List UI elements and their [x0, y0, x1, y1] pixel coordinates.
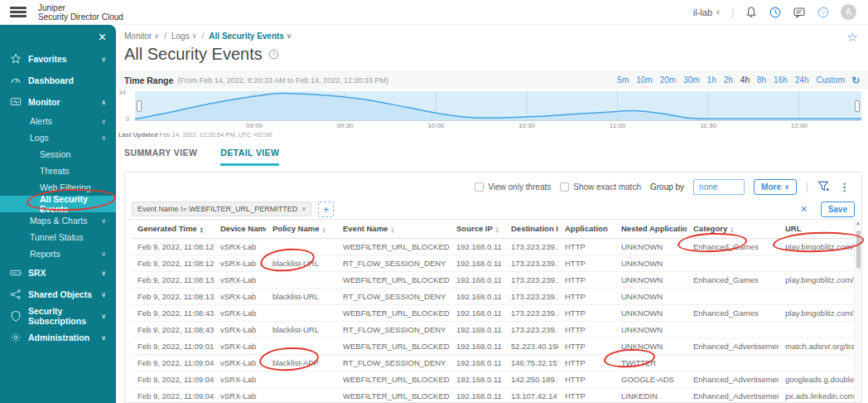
column-header-event-name[interactable]: Event Name▲▼	[336, 220, 450, 238]
history-clock-icon[interactable]	[769, 6, 782, 19]
help-icon[interactable]: ?	[817, 6, 830, 19]
checkbox-view-only-threats[interactable]: View only threats	[475, 182, 551, 192]
table-row[interactable]: Feb 9, 2022, 11:08:13 PMvSRX-Labblacklis…	[131, 288, 862, 304]
table-row[interactable]: Feb 9, 2022, 11:09:01 PMvSRX-LabWEBFILTE…	[131, 337, 862, 354]
menu-icon[interactable]	[10, 7, 27, 17]
quick-range-16h[interactable]: 16h	[774, 75, 788, 85]
kebab-menu-icon[interactable]: ⋮	[839, 182, 850, 192]
quick-range-custom[interactable]: Custom	[816, 75, 844, 85]
quick-range-2h[interactable]: 2h	[724, 75, 733, 85]
more-button[interactable]: More ∨	[754, 179, 797, 195]
filter-chip[interactable]: Event Name != WEBFILTER_URL_PERMITTED×	[132, 202, 311, 216]
sidebar-item-alerts[interactable]: Alerts∨	[0, 113, 116, 129]
chip-remove-icon[interactable]: ×	[301, 205, 306, 213]
cell-application: HTTP	[558, 371, 615, 387]
sidebar-close-icon[interactable]: ×	[99, 30, 106, 45]
sort-icon[interactable]: ▲▼	[322, 226, 326, 233]
sort-icon[interactable]: ▲▼	[730, 226, 734, 233]
checkbox-show-exact-match[interactable]: Show exact match	[560, 182, 641, 192]
table-row[interactable]: Feb 9, 2022, 11:08:43 PMvSRX-Labblacklis…	[131, 321, 862, 337]
cell-category	[687, 321, 779, 337]
sidebar-item-logs[interactable]: Logs∧	[0, 129, 116, 146]
sidebar-item-session[interactable]: Session	[0, 146, 116, 163]
column-header-policy-name[interactable]: Policy Name▲▼	[266, 220, 336, 238]
cell-destination-ip: 173.223.239.196	[504, 255, 558, 271]
sidebar-item-monitor[interactable]: Monitor∧	[0, 91, 116, 113]
table-row[interactable]: Feb 9, 2022, 11:09:04 PMvSRX-Labblacklis…	[131, 354, 862, 371]
breadcrumb-item-all-security-events[interactable]: All Security Events ∨	[209, 32, 291, 41]
breadcrumb-item-monitor[interactable]: Monitor ∨	[124, 32, 159, 41]
table-row[interactable]: Feb 9, 2022, 11:08:12 PMvSRX-LabWEBFILTE…	[131, 238, 862, 255]
table-scrollbar[interactable]: ▲	[854, 219, 861, 402]
checkbox-box[interactable]	[560, 182, 569, 192]
sidebar-item-tunnel-status[interactable]: Tunnel Status	[0, 229, 116, 245]
column-header-device-name[interactable]: Device Name▲▼	[214, 220, 266, 238]
checkbox-label: Show exact match	[573, 182, 641, 192]
events-timeline-chart[interactable]	[135, 91, 861, 121]
star-icon	[10, 53, 22, 65]
quick-range-10m[interactable]: 10m	[636, 75, 652, 85]
sidebar-item-threats[interactable]: Threats	[0, 163, 116, 179]
breadcrumb-item-logs[interactable]: Logs ∨	[171, 32, 197, 41]
chevron-down-icon: ∨	[101, 313, 106, 320]
chevron-down-icon: ∨	[101, 291, 106, 299]
checkbox-box[interactable]	[475, 182, 484, 192]
quick-range-24h[interactable]: 24h	[795, 75, 809, 85]
cell-category: Enhanced_Games	[687, 304, 779, 321]
sidebar-item-administration[interactable]: Administration∨	[0, 327, 116, 348]
notifications-bell-icon[interactable]	[745, 6, 758, 19]
tab-summary-view[interactable]: SUMMARY VIEW	[124, 148, 197, 166]
table-row[interactable]: Feb 9, 2022, 11:08:12 PMvSRX-Labblacklis…	[131, 255, 862, 271]
column-header-source-ip[interactable]: Source IP▲▼	[450, 220, 504, 238]
column-header-nested-application[interactable]: Nested Application▲▼	[615, 220, 687, 238]
tab-detail-view[interactable]: DETAIL VIEW	[220, 148, 279, 166]
feedback-icon[interactable]	[793, 6, 806, 19]
sort-icon[interactable]: ▲▼	[390, 226, 394, 233]
cell-event-name: WEBFILTER_URL_BLOCKED	[336, 271, 450, 288]
column-header-category[interactable]: Category▲▼	[687, 220, 779, 238]
cell-policy-name	[266, 238, 336, 255]
scrollbar-thumb[interactable]	[856, 231, 861, 269]
cell-category: Enhanced_Advertisements	[687, 371, 779, 387]
group-by-select[interactable]: none	[693, 179, 745, 195]
last-updated: Last Updated Feb 14, 2022, 12:20:54 PM, …	[118, 131, 272, 138]
quick-range-1h[interactable]: 1h	[707, 75, 716, 85]
sidebar-item-reports[interactable]: Reports∨	[0, 245, 116, 262]
table-row[interactable]: Feb 9, 2022, 11:08:43 PMvSRX-LabWEBFILTE…	[131, 304, 862, 321]
cell-nested-application: GOOGLE-ADS	[615, 371, 687, 387]
quick-range-30m[interactable]: 30m	[683, 75, 699, 85]
sidebar-item-shared-objects[interactable]: Shared Objects∨	[0, 284, 116, 305]
sidebar-item-web-filtering[interactable]: Web Filtering	[0, 179, 116, 196]
brand-logo: Juniper Security Director Cloud	[38, 3, 123, 22]
sidebar-item-srx[interactable]: SRX∨	[0, 262, 116, 284]
scroll-up-icon[interactable]: ▲	[856, 221, 861, 226]
filter-funnel-icon[interactable]	[817, 181, 830, 192]
sort-icon[interactable]: ▲▼	[495, 226, 499, 233]
column-header-destination-ip[interactable]: Destination IP▲▼	[504, 220, 558, 238]
brush-handle-left[interactable]	[137, 100, 142, 112]
add-filter-button[interactable]: +	[318, 202, 334, 217]
sidebar-item-all-security-events[interactable]: All Security Events	[0, 196, 116, 212]
save-button[interactable]: Save	[821, 202, 855, 217]
column-header-generated-time[interactable]: Generated Time▲▼	[131, 220, 214, 238]
favorite-star-icon[interactable]: ☆	[847, 30, 858, 45]
quick-range-5m[interactable]: 5m	[617, 75, 629, 85]
table-row[interactable]: Feb 9, 2022, 11:08:13 PMvSRX-LabWEBFILTE…	[131, 271, 862, 288]
sidebar-item-maps-charts[interactable]: Maps & Charts∨	[0, 212, 116, 229]
sidebar-item-security-subscriptions[interactable]: Security Subscriptions∨	[0, 305, 116, 327]
user-avatar[interactable]: A	[841, 4, 856, 20]
table-row[interactable]: Feb 9, 2022, 11:09:04 PMvSRX-LabWEBFILTE…	[131, 371, 862, 387]
refresh-icon[interactable]: ↻	[851, 75, 860, 86]
table-row[interactable]: Feb 9, 2022, 11:09:04 PMvSRX-LabWEBFILTE…	[131, 387, 862, 403]
sidebar-item-dashboard[interactable]: Dashboard	[0, 70, 116, 91]
page-help-icon[interactable]: ?	[268, 49, 279, 60]
tenant-selector[interactable]: il-lab ∨	[693, 7, 721, 17]
sidebar-item-favorites[interactable]: Favorites∨	[0, 48, 116, 70]
gear-icon	[10, 332, 22, 343]
quick-range-4h[interactable]: 4h	[740, 75, 750, 85]
brush-handle-right[interactable]	[855, 100, 860, 112]
quick-range-20m[interactable]: 20m	[660, 75, 676, 85]
clear-filter-icon[interactable]: ×	[800, 202, 807, 216]
quick-range-8h[interactable]: 8h	[757, 75, 766, 85]
sort-icon[interactable]: ▲▼	[200, 226, 204, 233]
